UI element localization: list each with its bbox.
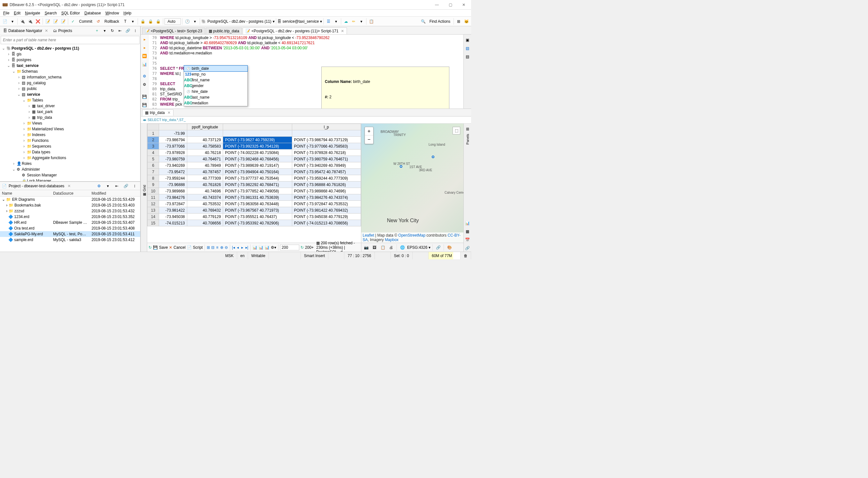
- menu-edit[interactable]: Edit: [12, 10, 22, 16]
- autocomplete-item[interactable]: 123emp_no: [184, 71, 247, 77]
- prev-icon[interactable]: ◂: [236, 244, 239, 251]
- find-actions[interactable]: Find Actions: [428, 19, 452, 24]
- lock-icon[interactable]: 🔒: [139, 18, 146, 25]
- dd-icon[interactable]: ▾: [333, 18, 340, 25]
- refresh-icon[interactable]: ↻: [149, 244, 152, 251]
- auto-commit-dropdown[interactable]: Auto: [164, 18, 181, 25]
- edit5-icon[interactable]: ⊖: [225, 244, 228, 251]
- tree-item[interactable]: ⌄📁 Schemas: [1, 68, 139, 74]
- recent-sql-button[interactable]: 📝: [60, 18, 67, 25]
- save-icon[interactable]: 💾: [153, 244, 158, 251]
- close-icon[interactable]: ✕: [341, 29, 344, 33]
- first-icon[interactable]: |◂: [232, 244, 235, 251]
- tree-item[interactable]: ›📁 Views: [1, 120, 139, 126]
- link-icon[interactable]: 🔗: [124, 27, 131, 34]
- new-sql-button[interactable]: 📝: [52, 18, 59, 25]
- disconnect-button[interactable]: ❌: [34, 18, 41, 25]
- minimize-button[interactable]: —: [432, 3, 442, 7]
- menu-navigate[interactable]: Navigate: [23, 10, 42, 16]
- layers-icon[interactable]: ⬚: [453, 127, 460, 135]
- misc-icon[interactable]: 📋: [368, 18, 375, 25]
- cancel-icon[interactable]: ✕: [169, 244, 172, 251]
- tree-item[interactable]: ›📁 Indexes: [1, 132, 139, 138]
- tool2-icon[interactable]: 📊: [258, 244, 264, 251]
- perspective-icon[interactable]: ⊞: [455, 18, 462, 25]
- close-icon[interactable]: ✕: [67, 184, 71, 188]
- tree-item[interactable]: ›🗄 gis: [1, 51, 139, 57]
- menu-window[interactable]: Window: [103, 10, 121, 16]
- connect-new-button[interactable]: 🔌: [27, 18, 34, 25]
- explain-icon[interactable]: 📊: [141, 61, 148, 68]
- gear-icon[interactable]: ⚙▾: [271, 244, 276, 251]
- table-row[interactable]: 11-73.98427640.743374POINT (-73.981331 4…: [148, 195, 361, 201]
- table-row[interactable]: 1-73.99: [148, 130, 361, 137]
- tree-item[interactable]: ⌄🐘 PostgreSQL - db2.dev - postgres (11): [1, 46, 139, 51]
- lock3-icon[interactable]: 🔒: [155, 18, 162, 25]
- tree-item[interactable]: ›📁 Materialized Views: [1, 126, 139, 132]
- project-table[interactable]: Name DataSource Modified ⌄ 📁 ER Diagrams…: [0, 190, 140, 252]
- tree-item[interactable]: ›▤ information_schema: [1, 74, 139, 80]
- outline2-icon[interactable]: ▤: [464, 53, 471, 60]
- project-row[interactable]: 🔷 sample.erdMySQL - sakila32019-08-15 23…: [0, 237, 140, 243]
- close-button[interactable]: ✕: [459, 3, 469, 7]
- tree-item[interactable]: ⌄🗄 taxi_service: [1, 63, 139, 68]
- rows-more[interactable]: 200+: [305, 245, 314, 250]
- palette-icon[interactable]: 🎨: [446, 244, 453, 251]
- navigator-search[interactable]: [1, 36, 140, 44]
- maximize-button[interactable]: ▢: [445, 3, 455, 7]
- dd-icon[interactable]: ▾: [358, 18, 365, 25]
- table-row[interactable]: 10-73.98986840.74696POINT (-73.977852 40…: [148, 188, 361, 195]
- link-icon[interactable]: 🔗: [122, 182, 129, 189]
- menu-file[interactable]: File: [1, 10, 11, 16]
- project-row[interactable]: 🔷 HR.erdDBeaver Sample - orcl…2019-08-15…: [0, 220, 140, 226]
- tree-item[interactable]: ›📁 Sequences: [1, 143, 139, 149]
- execute-icon[interactable]: ▸: [141, 36, 148, 43]
- table-row[interactable]: 4-73.97892840.76218POINT (-74.002228 40.…: [148, 150, 361, 156]
- map-marker[interactable]: [400, 165, 402, 168]
- save-err-icon[interactable]: 💾: [141, 101, 148, 109]
- result-tab-trip-data[interactable]: ▦ trip_data ✕: [142, 110, 174, 116]
- tree-item[interactable]: ›🗄 postgres: [1, 57, 139, 63]
- project-row[interactable]: › 📁 zzzsd2019-08-15 23:01:53.432: [0, 208, 140, 214]
- script-icon[interactable]: 📄: [187, 244, 192, 251]
- save-button[interactable]: Save: [159, 245, 168, 250]
- menu-sql-editor[interactable]: SQL Editor: [59, 10, 82, 16]
- image-icon[interactable]: 🖼: [371, 244, 378, 251]
- tree-item[interactable]: ›▦ taxi_park: [1, 109, 139, 115]
- screenshot-icon[interactable]: 📷: [363, 244, 370, 251]
- refresh-rows-icon[interactable]: ↻: [301, 244, 304, 251]
- navigator-tree[interactable]: ⌄🐘 PostgreSQL - db2.dev - postgres (11)›…: [0, 45, 140, 181]
- table-row[interactable]: 9-73.9688840.761826POINT (-73.982292 40.…: [148, 182, 361, 188]
- plus-icon[interactable]: +: [93, 27, 100, 34]
- commit-button[interactable]: Commit: [77, 19, 94, 24]
- execute-script-icon[interactable]: ⏩: [141, 53, 148, 60]
- autocomplete-item[interactable]: 🕐birth_date: [184, 66, 247, 71]
- column-datasource[interactable]: DataSource: [51, 191, 90, 196]
- refresh-icon[interactable]: ↻: [109, 27, 116, 34]
- globe-icon[interactable]: 🌐: [399, 244, 406, 251]
- tree-item[interactable]: ›📁 Aggregate functions: [1, 155, 139, 161]
- commit-icon[interactable]: ✓: [69, 18, 76, 25]
- close-icon[interactable]: ✕: [45, 29, 48, 33]
- chevron-down-icon[interactable]: ▾: [273, 19, 275, 24]
- gear-icon[interactable]: ⚙: [141, 73, 148, 80]
- max-icon[interactable]: ▣: [464, 36, 471, 43]
- results-grid[interactable]: ppoff_longitudel_p1-73.992-73.98679440.7…: [147, 124, 361, 243]
- map-marker[interactable]: [432, 156, 434, 158]
- status-heap[interactable]: 60M of 77M: [429, 252, 461, 259]
- dd-icon[interactable]: ▾: [104, 182, 112, 189]
- dd-icon[interactable]: ▾: [191, 18, 198, 25]
- zoom-out-button[interactable]: −: [365, 136, 373, 144]
- close-icon[interactable]: ✕: [167, 111, 170, 115]
- collapse-icon[interactable]: ⇤: [117, 27, 124, 34]
- tree-item[interactable]: ›▦ trip_data: [1, 115, 139, 120]
- zoom-in-button[interactable]: +: [365, 127, 373, 136]
- trash-icon[interactable]: 🗑: [461, 252, 471, 259]
- cancel-button[interactable]: Cancel: [174, 245, 185, 250]
- table-row[interactable]: 2-73.98679440.737129POINT (-73.9627 40.7…: [148, 137, 361, 143]
- tree-item[interactable]: ›▦ taxi_driver: [1, 103, 139, 109]
- editor-tab[interactable]: ▦ public.trip_data: [206, 28, 242, 34]
- tree-item[interactable]: ›▤ pg_catalog: [1, 80, 139, 86]
- column-modified[interactable]: Modified: [90, 191, 140, 196]
- panel1-icon[interactable]: 📊: [464, 220, 471, 227]
